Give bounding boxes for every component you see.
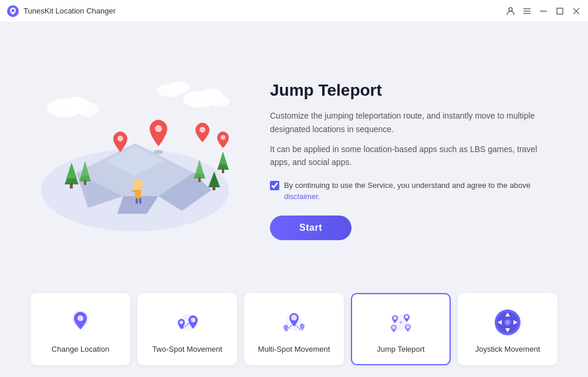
account-button[interactable] bbox=[506, 6, 515, 16]
mode-card-joystick[interactable]: Joystick Movement bbox=[458, 293, 557, 365]
two-spot-icon bbox=[172, 307, 202, 338]
svg-point-43 bbox=[133, 179, 143, 190]
svg-point-55 bbox=[291, 315, 297, 321]
disclaimer-link[interactable]: disclaimer. bbox=[284, 192, 320, 201]
svg-point-39 bbox=[155, 125, 162, 132]
mode-card-change-location[interactable]: Change Location bbox=[31, 293, 130, 365]
svg-point-59 bbox=[392, 326, 396, 329]
maximize-button[interactable] bbox=[555, 6, 565, 16]
svg-point-52 bbox=[180, 321, 183, 324]
joystick-label: Joystick Movement bbox=[475, 345, 540, 354]
hero-illustration bbox=[23, 67, 246, 255]
hero-text-area: Jump Teleport Customize the jumping tele… bbox=[246, 81, 553, 240]
titlebar-left: TunesKit Location Changer bbox=[7, 5, 116, 17]
svg-point-58 bbox=[405, 315, 408, 319]
hero-description-1: Customize the jumping teleportation rout… bbox=[270, 109, 553, 136]
close-button[interactable] bbox=[572, 6, 581, 16]
svg-rect-32 bbox=[198, 177, 201, 182]
app-icon bbox=[7, 5, 19, 17]
page-title: Jump Teleport bbox=[270, 81, 553, 100]
svg-rect-45 bbox=[132, 190, 136, 192]
svg-point-57 bbox=[393, 317, 397, 320]
svg-point-61 bbox=[400, 321, 402, 324]
multi-spot-label: Multi-Spot Movement bbox=[258, 345, 330, 354]
svg-rect-47 bbox=[136, 198, 138, 204]
svg-point-69 bbox=[505, 320, 510, 325]
svg-point-60 bbox=[406, 325, 410, 329]
agreement-row: By continuing to use the Service, you un… bbox=[270, 180, 553, 203]
minimize-button[interactable] bbox=[539, 6, 548, 16]
titlebar-controls bbox=[506, 6, 581, 16]
menu-button[interactable] bbox=[522, 6, 532, 16]
svg-point-13 bbox=[77, 102, 99, 116]
svg-point-42 bbox=[221, 135, 225, 140]
svg-rect-48 bbox=[139, 198, 141, 204]
svg-point-16 bbox=[211, 95, 229, 107]
joystick-icon bbox=[492, 307, 523, 338]
agreement-checkbox[interactable] bbox=[270, 181, 279, 190]
svg-rect-35 bbox=[222, 169, 224, 173]
titlebar: TunesKit Location Changer bbox=[0, 0, 588, 22]
svg-point-18 bbox=[168, 82, 190, 93]
svg-rect-46 bbox=[137, 190, 141, 192]
svg-marker-34 bbox=[219, 152, 227, 164]
svg-rect-7 bbox=[557, 8, 563, 14]
svg-rect-26 bbox=[84, 180, 86, 185]
hero-section: Jump Teleport Customize the jumping tele… bbox=[0, 22, 588, 293]
svg-point-50 bbox=[77, 315, 83, 321]
two-spot-label: Two-Spot Movement bbox=[152, 345, 222, 354]
mode-card-multi-spot[interactable]: Multi-Spot Movement bbox=[244, 293, 344, 365]
hero-description-2: It can be applied in some location-based… bbox=[270, 143, 553, 169]
mode-cards-section: Change Location Two-Spot Movement bbox=[0, 293, 588, 377]
svg-point-1 bbox=[12, 9, 15, 12]
start-button[interactable]: Start bbox=[270, 216, 352, 240]
mode-card-two-spot[interactable]: Two-Spot Movement bbox=[137, 293, 237, 365]
main-content: Jump Teleport Customize the jumping tele… bbox=[0, 22, 588, 377]
svg-rect-29 bbox=[70, 183, 73, 188]
app-title: TunesKit Location Changer bbox=[23, 6, 116, 15]
svg-point-2 bbox=[509, 8, 512, 11]
agreement-text: By continuing to use the Service, you un… bbox=[284, 181, 530, 190]
jump-teleport-icon bbox=[386, 307, 416, 338]
mode-card-jump-teleport[interactable]: Jump Teleport bbox=[351, 293, 451, 365]
jump-teleport-label: Jump Teleport bbox=[377, 345, 424, 354]
svg-point-41 bbox=[200, 127, 205, 133]
change-location-label: Change Location bbox=[52, 345, 109, 354]
svg-point-38 bbox=[154, 150, 163, 154]
multi-spot-icon bbox=[279, 307, 309, 338]
svg-rect-37 bbox=[212, 186, 215, 190]
change-location-icon bbox=[65, 307, 96, 338]
agreement-label: By continuing to use the Service, you un… bbox=[284, 180, 553, 203]
svg-point-40 bbox=[117, 136, 123, 142]
